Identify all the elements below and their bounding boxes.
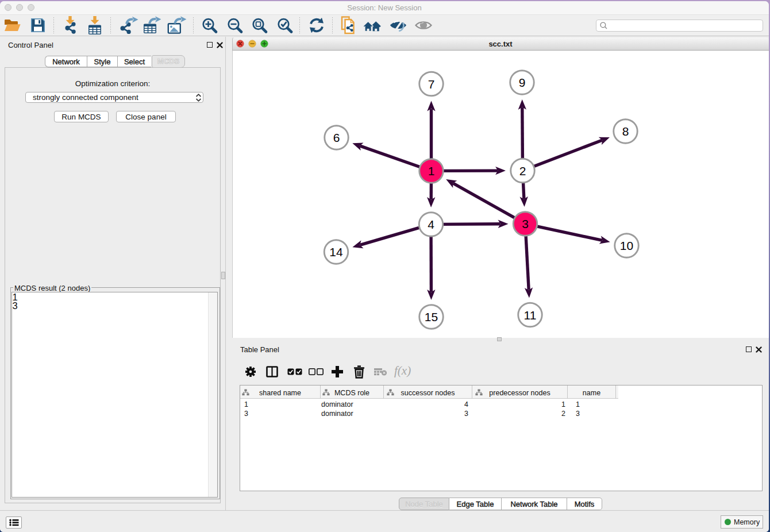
svg-text:10: 10 (620, 239, 633, 252)
svg-text:2: 2 (519, 164, 526, 178)
svg-text:3: 3 (522, 217, 529, 230)
svg-text:9: 9 (519, 76, 526, 89)
svg-text:14: 14 (329, 245, 343, 259)
svg-text:1: 1 (428, 164, 435, 178)
svg-text:6: 6 (333, 131, 340, 144)
svg-text:8: 8 (622, 125, 629, 138)
svg-text:11: 11 (524, 309, 537, 322)
svg-text:15: 15 (425, 310, 438, 323)
svg-text:7: 7 (428, 78, 435, 91)
svg-text:4: 4 (428, 218, 434, 231)
